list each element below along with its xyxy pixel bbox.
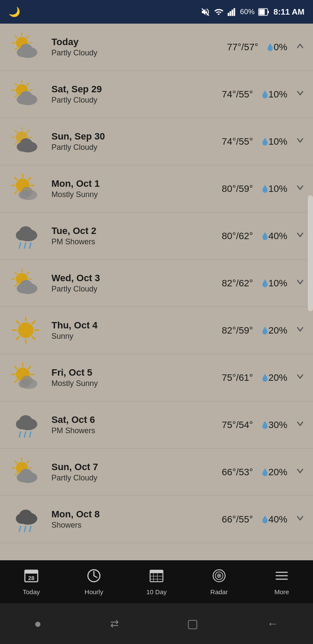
chevron-5[interactable]	[296, 278, 304, 289]
weather-row-2[interactable]: Sun, Sep 30 Partly Cloudy 74°/55° 10%	[0, 118, 313, 165]
temps-3: 80°/59°	[222, 183, 253, 194]
svg-rect-2	[229, 11, 231, 16]
chevron-10[interactable]	[296, 514, 304, 525]
weather-row-5[interactable]: Wed, Oct 3 Partly Cloudy 82°/62° 10%	[0, 260, 313, 307]
svg-rect-120	[25, 570, 38, 574]
chevron-0[interactable]	[296, 42, 304, 53]
sys-dot[interactable]: ●	[34, 617, 42, 631]
weather-row-8[interactable]: Sat, Oct 6 PM Showers 75°/54° 30%	[0, 401, 313, 449]
svg-rect-1	[228, 12, 229, 15]
day-condition-0: Partly Cloudy	[51, 49, 227, 58]
svg-line-48	[15, 191, 17, 193]
svg-line-59	[19, 243, 21, 248]
temps-8: 75°/54°	[222, 419, 253, 431]
svg-point-55	[21, 187, 33, 196]
svg-point-43	[20, 138, 32, 149]
chevron-2[interactable]	[296, 136, 304, 147]
chevron-4[interactable]	[296, 231, 304, 242]
svg-line-60	[24, 243, 26, 248]
nav-item-more[interactable]: More	[250, 568, 313, 595]
nav-label-hourly: Hourly	[84, 588, 103, 595]
weather-icon-5	[9, 266, 43, 301]
temps-5: 82°/62°	[222, 278, 253, 289]
weather-row-7[interactable]: Fri, Oct 5 Mostly Sunny 75°/61° 20%	[0, 354, 313, 401]
svg-point-31	[20, 91, 32, 101]
temp-rain-9: 66°/53° 20%	[222, 467, 287, 478]
svg-line-78	[16, 337, 19, 340]
chevron-9[interactable]	[296, 467, 304, 478]
weather-row-10[interactable]: Mon, Oct 8 Showers 66°/55° 40%	[0, 496, 313, 543]
weather-row-4[interactable]: Tue, Oct 2 PM Showers 80°/62° 40%	[0, 213, 313, 260]
sys-switch[interactable]: ⇄	[110, 618, 119, 630]
weather-row-9[interactable]: Sun, Oct 7 Partly Cloudy 66°/53° 20%	[0, 449, 313, 496]
status-moon-icon: 🌙	[9, 6, 20, 18]
svg-line-91	[28, 367, 30, 369]
temp-rain-3: 80°/59° 10%	[222, 183, 287, 194]
svg-rect-4	[233, 8, 235, 15]
nav-item-hourly[interactable]: Hourly	[63, 568, 125, 595]
weather-row-1[interactable]: Sat, Sep 29 Partly Cloudy 74°/55° 10%	[0, 71, 313, 118]
rain-7: 20%	[262, 372, 287, 383]
rain-pct-4: 40%	[268, 231, 287, 242]
temps-6: 82°/59°	[222, 325, 253, 336]
svg-line-52	[28, 178, 30, 180]
day-condition-1: Partly Cloudy	[51, 96, 222, 105]
svg-line-70	[27, 272, 29, 274]
weather-row-6[interactable]: Thu, Oct 4 Sunny 82°/59° 20%	[0, 307, 313, 354]
day-info-6: Thu, Oct 4 Sunny	[51, 320, 222, 341]
today-icon: 28	[24, 568, 39, 586]
day-info-2: Sun, Sep 30 Partly Cloudy	[51, 131, 222, 152]
weather-icon-6	[9, 313, 43, 348]
chevron-3[interactable]	[296, 183, 304, 194]
signal-icon	[227, 7, 237, 17]
nav-item-10day[interactable]: 10 Day	[125, 568, 188, 595]
temp-rain-6: 82°/59° 20%	[222, 325, 287, 336]
day-info-1: Sat, Sep 29 Partly Cloudy	[51, 84, 222, 105]
scrollbar[interactable]	[308, 195, 313, 311]
weather-icon-3	[9, 172, 43, 206]
svg-line-105	[15, 473, 16, 475]
rain-6: 20%	[262, 325, 287, 336]
status-icons: 60%	[201, 7, 269, 17]
svg-line-24	[15, 95, 16, 97]
day-info-4: Tue, Oct 2 PM Showers	[51, 225, 222, 246]
chevron-8[interactable]	[296, 419, 304, 431]
temps-1: 74°/55°	[222, 89, 253, 100]
chevron-6[interactable]	[296, 325, 304, 336]
day-info-10: Mon, Oct 8 Showers	[51, 509, 222, 530]
rain-2: 10%	[262, 136, 287, 147]
weather-row-3[interactable]: Mon, Oct 1 Mostly Sunny 80°/59° 10%	[0, 165, 313, 213]
svg-line-117	[24, 526, 26, 532]
svg-line-116	[19, 526, 21, 532]
more-icon	[274, 568, 289, 586]
svg-line-66	[15, 284, 16, 286]
weather-icon-4	[9, 219, 43, 253]
chevron-1[interactable]	[296, 89, 304, 100]
nav-item-today[interactable]: 28 Today	[0, 568, 63, 595]
svg-point-19	[20, 44, 32, 54]
rain-pct-8: 30%	[268, 419, 287, 431]
rain-8: 30%	[262, 419, 287, 431]
rain-10: 40%	[262, 514, 287, 525]
weather-icon-0	[9, 30, 43, 64]
svg-rect-126	[150, 570, 163, 573]
sys-back[interactable]: ←	[267, 617, 279, 631]
rain-pct-2: 10%	[268, 136, 287, 147]
sys-square[interactable]: ▢	[187, 617, 198, 631]
nav-label-radar: Radar	[211, 588, 228, 595]
temps-0: 77°/57°	[227, 42, 259, 53]
rain-0: 0%	[267, 42, 287, 53]
chevron-7[interactable]	[296, 372, 304, 383]
day-name-3: Mon, Oct 1	[51, 178, 222, 189]
svg-line-38	[15, 131, 16, 132]
svg-line-89	[15, 367, 17, 369]
weather-icon-10	[9, 502, 43, 537]
day-name-2: Sun, Sep 30	[51, 131, 222, 142]
svg-line-80	[16, 321, 19, 324]
nav-item-radar[interactable]: Radar	[188, 568, 250, 595]
svg-point-112	[20, 469, 32, 479]
weather-row-0[interactable]: Today Partly Cloudy 77°/57° 0%	[0, 24, 313, 71]
hourly-icon	[86, 568, 102, 586]
rain-1: 10%	[262, 89, 287, 100]
svg-point-58	[19, 226, 32, 237]
